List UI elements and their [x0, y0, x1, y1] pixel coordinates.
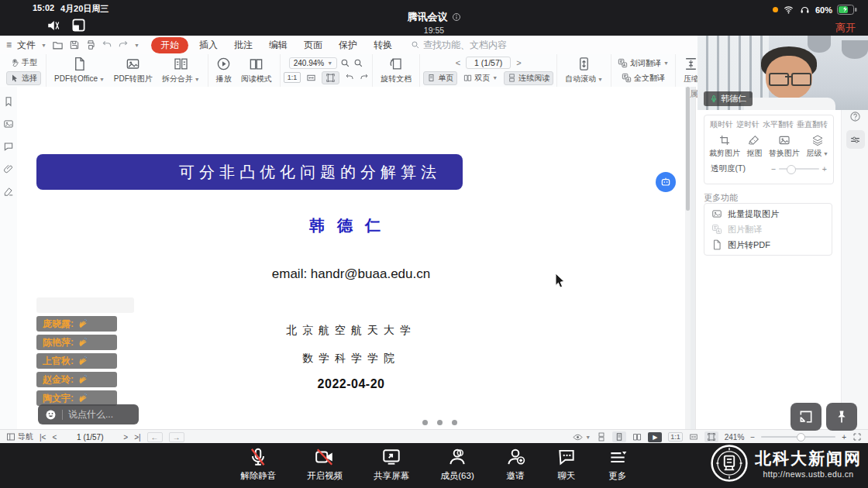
- document-scrollbar[interactable]: [685, 87, 691, 429]
- eye-protect-mode-button[interactable]: ▼: [573, 432, 591, 442]
- fit-page-icon[interactable]: [322, 71, 339, 84]
- history-back-button[interactable]: ←: [147, 432, 163, 442]
- layer-button[interactable]: 层级 ▼: [806, 134, 828, 159]
- tab-home[interactable]: 开始: [151, 37, 188, 53]
- undo-icon[interactable]: [102, 40, 112, 50]
- fit-width-icon[interactable]: [689, 432, 698, 442]
- thumbnails-icon[interactable]: [3, 119, 14, 129]
- play-mode-button[interactable]: ▶: [648, 432, 662, 442]
- hand-tool-button[interactable]: 手型: [7, 57, 40, 69]
- double-page-button[interactable]: 双页▼: [460, 72, 501, 84]
- opacity-slider[interactable]: −+: [771, 164, 827, 174]
- quickbar-caret-icon[interactable]: ▼: [134, 43, 140, 48]
- zoom-level-select[interactable]: 240.94%▼: [289, 57, 337, 69]
- pdf-to-image-button[interactable]: PDF转图片: [109, 57, 157, 84]
- fit-width-icon[interactable]: [306, 73, 316, 83]
- read-mode-button[interactable]: 阅读模式: [236, 57, 277, 84]
- save-icon[interactable]: [69, 40, 80, 50]
- zoom-in-button[interactable]: +: [842, 433, 846, 442]
- more-button[interactable]: 更多: [608, 447, 628, 482]
- speaker-video-tile[interactable]: 韩德仁: [698, 36, 868, 110]
- single-page-button[interactable]: 单页: [423, 71, 457, 85]
- split-merge-button[interactable]: 拆分合并 ▼: [157, 57, 205, 84]
- flip-v-button[interactable]: 垂直翻转: [797, 119, 828, 130]
- rotate-right-icon[interactable]: [360, 73, 369, 82]
- double-page-mode-icon[interactable]: [632, 432, 642, 442]
- fit-page-icon[interactable]: [704, 431, 718, 442]
- assistant-floating-button[interactable]: [656, 172, 676, 192]
- next-page-button[interactable]: >: [514, 58, 523, 67]
- start-video-button[interactable]: 开启视频: [307, 447, 343, 482]
- last-page-button[interactable]: >|: [134, 433, 140, 442]
- minimize-to-pip-button[interactable]: [790, 403, 822, 431]
- actual-size-icon[interactable]: 1:1: [668, 432, 683, 442]
- comments-icon[interactable]: [3, 141, 14, 152]
- continuous-mode-icon[interactable]: [597, 432, 606, 442]
- tab-protect[interactable]: 保护: [333, 37, 363, 53]
- zoom-out-icon[interactable]: [340, 58, 350, 68]
- rotate-left-icon[interactable]: [345, 73, 354, 82]
- flip-h-button[interactable]: 水平翻转: [763, 119, 794, 130]
- slide-page[interactable]: 可分非凸优化问题的分解算法 韩德仁 email: handr@buaa.edu.…: [17, 87, 685, 429]
- batch-extract-button[interactable]: 批量提取图片: [711, 208, 825, 220]
- page-indicator[interactable]: 1 (1/57): [466, 57, 511, 69]
- hamburger-menu-icon[interactable]: ≡: [6, 40, 12, 50]
- continuous-read-button[interactable]: 连续阅读: [504, 71, 553, 85]
- status-page-indicator[interactable]: 1 (1/57): [63, 433, 117, 442]
- play-slideshow-button[interactable]: 播放: [212, 57, 236, 84]
- zoom-slider[interactable]: [761, 436, 835, 438]
- chat-button[interactable]: 聊天: [556, 447, 577, 482]
- rotate-document-button[interactable]: 旋转文档: [376, 57, 416, 84]
- help-icon[interactable]: [849, 111, 861, 122]
- actual-size-button[interactable]: 1:1: [284, 72, 301, 83]
- fullscreen-icon[interactable]: [852, 432, 862, 442]
- auto-scroll-button[interactable]: 自动滚动 ▼: [560, 57, 608, 84]
- zoom-out-button[interactable]: −: [750, 433, 755, 442]
- scrollbar-thumb[interactable]: [686, 87, 690, 211]
- crop-image-button[interactable]: 裁剪图片: [709, 134, 740, 159]
- full-translate-button[interactable]: 全文翻译: [618, 72, 668, 84]
- tab-comment[interactable]: 批注: [229, 37, 258, 53]
- invite-button[interactable]: 邀请: [505, 447, 525, 482]
- single-page-mode-icon[interactable]: [612, 431, 626, 442]
- tab-convert[interactable]: 转换: [368, 37, 398, 53]
- matting-button[interactable]: 抠图: [746, 134, 762, 159]
- image-translate-button[interactable]: 图片翻译: [711, 224, 825, 235]
- pin-window-button[interactable]: [826, 403, 857, 431]
- select-tool-button[interactable]: 选择: [6, 71, 41, 85]
- toolbar-search[interactable]: 查找功能、文档内容: [411, 39, 507, 52]
- file-menu[interactable]: 文件: [17, 39, 36, 52]
- history-forward-button[interactable]: →: [169, 432, 184, 442]
- bookmarks-icon[interactable]: [3, 96, 14, 107]
- attachments-icon[interactable]: [3, 163, 14, 174]
- signature-icon[interactable]: [3, 186, 14, 197]
- leave-meeting-button[interactable]: 离开: [835, 21, 856, 35]
- members-button[interactable]: 成员(63): [440, 447, 474, 482]
- unmute-button[interactable]: 解除静音: [240, 447, 276, 482]
- next-page-button[interactable]: >: [123, 433, 128, 442]
- prev-page-button[interactable]: <: [52, 433, 57, 442]
- tab-insert[interactable]: 插入: [194, 37, 223, 53]
- rotate-ccw-button[interactable]: 逆时针: [736, 119, 760, 130]
- share-screen-button[interactable]: 共享屏幕: [374, 447, 409, 482]
- print-icon[interactable]: [85, 40, 96, 50]
- chat-input[interactable]: 说点什么...: [38, 404, 139, 424]
- replace-image-button[interactable]: 替换图片: [769, 134, 800, 159]
- rotate-cw-button[interactable]: 顺时针: [710, 119, 733, 130]
- word-translate-button[interactable]: 划词翻译▼: [615, 57, 672, 70]
- pdf-to-office-button[interactable]: PDF转Office ▼: [50, 57, 109, 84]
- tab-edit[interactable]: 编辑: [264, 37, 293, 53]
- image-to-pdf-button[interactable]: 图片转PDF: [711, 239, 825, 251]
- status-zoom-value[interactable]: 241%: [725, 433, 745, 442]
- first-page-button[interactable]: |<: [40, 433, 46, 442]
- info-icon[interactable]: [452, 12, 461, 22]
- zoom-slider-knob[interactable]: [797, 433, 805, 442]
- redo-icon[interactable]: [118, 40, 129, 50]
- open-file-icon[interactable]: [52, 40, 64, 51]
- navigation-toggle[interactable]: 导航: [6, 431, 33, 442]
- zoom-in-icon[interactable]: [353, 58, 363, 68]
- tab-page[interactable]: 页面: [298, 37, 328, 53]
- settings-sliders-button[interactable]: [846, 130, 865, 149]
- emoji-picker-icon[interactable]: [45, 409, 57, 421]
- prev-page-button[interactable]: <: [453, 58, 463, 67]
